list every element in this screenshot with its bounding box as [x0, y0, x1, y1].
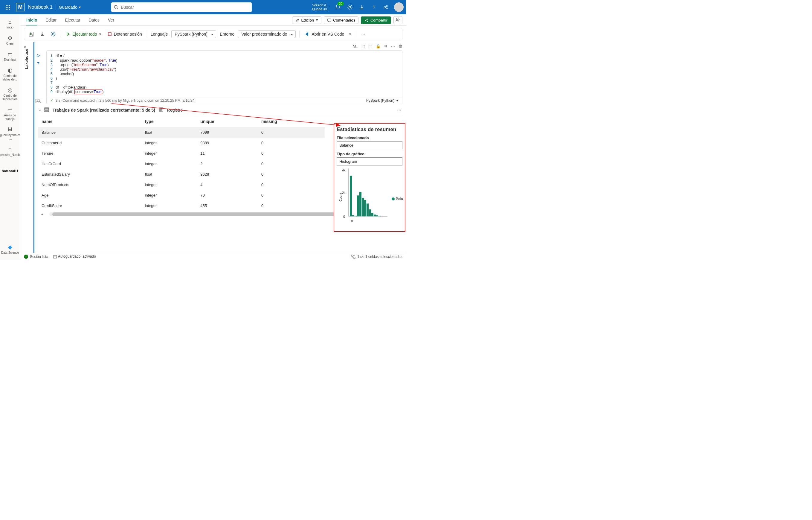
- share-button[interactable]: Compartir: [361, 17, 391, 24]
- autosave-status[interactable]: Autoguardado: activado: [53, 254, 96, 259]
- table-row[interactable]: CustomerIdinteger98890: [38, 138, 325, 148]
- svg-rect-30: [364, 200, 366, 216]
- rail-item-4[interactable]: ◎Centro de supervisión: [1, 85, 19, 103]
- svg-point-11: [396, 18, 398, 20]
- gear-icon[interactable]: [49, 30, 57, 38]
- col-type[interactable]: type: [141, 116, 197, 127]
- help-icon[interactable]: ?: [370, 4, 377, 11]
- edit-mode-button[interactable]: Edición: [292, 17, 322, 24]
- search-input[interactable]: [111, 2, 252, 12]
- app-launcher[interactable]: [2, 2, 13, 12]
- svg-rect-27: [357, 196, 359, 216]
- table-row[interactable]: Ageinteger700: [38, 190, 325, 201]
- expand-panel-icon[interactable]: »: [24, 44, 26, 49]
- open-vscode-button[interactable]: Abrir en VS Code: [303, 30, 353, 38]
- code-editor[interactable]: 1df = (2 spark.read.option("header", Tru…: [47, 51, 402, 97]
- table-row[interactable]: Balancefloat70990: [38, 127, 325, 138]
- chart-type-select[interactable]: Histogram: [337, 157, 402, 165]
- selection-status: 1 de 1 celdas seleccionadas: [351, 255, 402, 259]
- notebook-toolbar: Ejecutar todo Detener sesión Lenguaje Py…: [24, 28, 402, 41]
- rail-item-0[interactable]: ⌂Inicio: [1, 17, 19, 31]
- table-row[interactable]: HasCrCardinteger20: [38, 159, 325, 169]
- code-cell[interactable]: 1df = (2 spark.read.option("header", Tru…: [46, 50, 402, 104]
- download-icon[interactable]: [38, 30, 46, 38]
- output-more-icon[interactable]: ⋯: [397, 108, 401, 112]
- col-missing[interactable]: missing: [258, 116, 325, 127]
- rail-item-6[interactable]: MMiguelTroyano.com -...: [1, 125, 19, 142]
- cell-tool-1[interactable]: ⬚: [361, 44, 365, 49]
- download-icon[interactable]: [358, 4, 365, 11]
- env-label: Entorno: [220, 32, 234, 36]
- rail-item-3[interactable]: ◐Centro de datos de...: [1, 65, 19, 83]
- summary-stats-panel: Estadísticas de resumen Fila seleccionad…: [334, 123, 405, 232]
- more-icon[interactable]: ⋯: [360, 30, 367, 38]
- rail-item-bottom[interactable]: ◆Data Science: [1, 242, 19, 256]
- log-link[interactable]: Registro: [167, 108, 183, 112]
- svg-rect-32: [369, 209, 371, 216]
- histogram-bars: [345, 168, 389, 218]
- ribbon-tab-editar[interactable]: Editar: [46, 18, 57, 25]
- document-title[interactable]: Notebook 1: [28, 4, 53, 10]
- svg-point-6: [386, 8, 388, 9]
- stop-session-button[interactable]: Detener sesión: [106, 30, 143, 38]
- rail-item-8[interactable]: Notebook 1: [1, 160, 19, 175]
- trial-info[interactable]: Versión d... Queda 30...: [312, 3, 330, 11]
- rail-item-7[interactable]: ⌂Lakehouse_Notebook: [1, 144, 19, 159]
- environment-select[interactable]: Valor predeterminado de: [238, 30, 296, 38]
- ribbon-tab-inicio[interactable]: Inicio: [26, 18, 37, 25]
- add-person-button[interactable]: [393, 16, 402, 24]
- cell-tool-4[interactable]: ❄: [384, 44, 388, 49]
- cell-tool-3[interactable]: 🔒: [376, 44, 381, 49]
- log-icon: [159, 107, 164, 113]
- save-icon[interactable]: [27, 30, 35, 38]
- rail-item-2[interactable]: 🗀Examinar: [1, 49, 19, 63]
- table-row[interactable]: NumOfProductsinteger40: [38, 180, 325, 190]
- cell-tool-0[interactable]: M↓: [353, 44, 358, 49]
- execution-count: [12]: [35, 99, 41, 103]
- session-status[interactable]: ✓ Sesión lista: [24, 255, 48, 259]
- language-select[interactable]: PySpark (Python): [171, 30, 216, 38]
- rail-item-1[interactable]: ⊕Crear: [1, 33, 19, 47]
- feedback-icon[interactable]: [382, 4, 389, 11]
- col-unique[interactable]: unique: [197, 116, 258, 127]
- ribbon-tab-ejecutar[interactable]: Ejecutar: [65, 18, 80, 25]
- top-bar: M Notebook 1 Guardado Versión d... Queda…: [0, 0, 406, 15]
- expand-jobs-icon[interactable]: ›: [37, 109, 42, 111]
- save-status[interactable]: Guardado: [59, 5, 81, 9]
- cell-language-select[interactable]: PySpark (Python): [366, 99, 394, 103]
- svg-rect-36: [379, 216, 381, 216]
- svg-point-0: [114, 5, 117, 8]
- svg-rect-42: [354, 257, 355, 259]
- ribbon-tab-ver[interactable]: Ver: [108, 18, 114, 25]
- svg-rect-29: [362, 198, 364, 216]
- spark-jobs-label[interactable]: Trabajos de Spark (realizado correctamen…: [53, 108, 155, 112]
- run-all-button[interactable]: Ejecutar todo: [64, 30, 103, 38]
- user-avatar[interactable]: [394, 2, 403, 12]
- chart-type-label: Tipo de gráfico: [337, 152, 402, 156]
- svg-point-9: [365, 20, 366, 21]
- cell-tool-6[interactable]: 🗑: [398, 44, 402, 49]
- jobs-icon: [44, 107, 49, 113]
- divider: [56, 4, 56, 10]
- comments-button[interactable]: Comentarios: [324, 17, 359, 24]
- lakehouse-label: Lakehouse: [24, 49, 29, 69]
- table-row[interactable]: Tenureinteger110: [38, 148, 325, 159]
- rail-item-5[interactable]: ▭Áreas de trabajo: [1, 105, 19, 123]
- table-row[interactable]: EstimatedSalaryfloat96280: [38, 169, 325, 180]
- search-box[interactable]: [111, 2, 252, 12]
- table-row[interactable]: CreditScoreinteger4550: [38, 201, 325, 211]
- cell-tool-2[interactable]: ⬚: [369, 44, 372, 49]
- svg-rect-14: [108, 33, 111, 35]
- svg-rect-24: [350, 176, 352, 216]
- selected-row-select[interactable]: Balance: [337, 141, 402, 149]
- status-bar: ✓ Sesión lista Autoguardado: activado 1 …: [20, 253, 406, 260]
- ribbon-tab-datos[interactable]: Datos: [89, 18, 100, 25]
- cell-menu-chevron[interactable]: [37, 60, 39, 65]
- ribbon-tabs: InicioEditarEjecutarDatosVer Edición Com…: [20, 15, 406, 26]
- col-name[interactable]: name: [38, 116, 141, 127]
- notifications-icon[interactable]: 20: [334, 4, 341, 11]
- settings-icon[interactable]: [346, 4, 354, 11]
- execution-info: [12] ✓ 3 s -Command executed in 2 s 560 …: [47, 97, 402, 104]
- run-cell-icon[interactable]: [36, 54, 40, 59]
- cell-tool-5[interactable]: ⋯: [391, 44, 395, 49]
